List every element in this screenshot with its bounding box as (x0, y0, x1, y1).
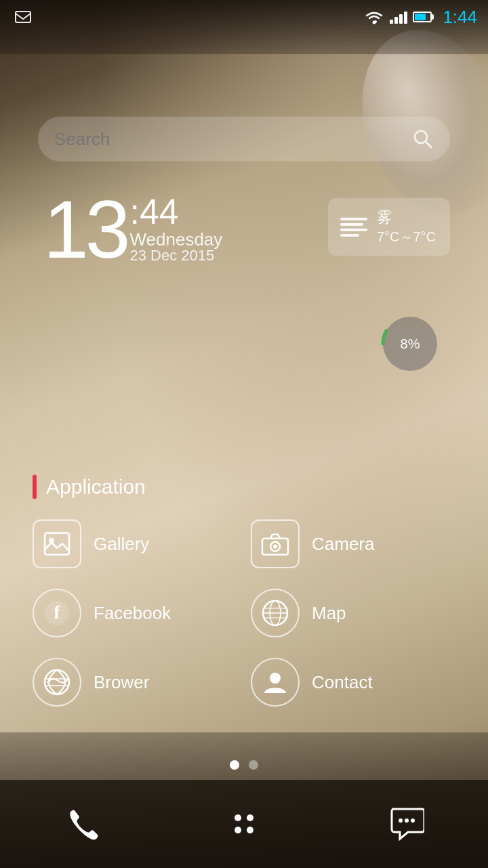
wifi-icon (364, 9, 384, 24)
weather-condition: 雾 (377, 208, 436, 228)
notification-icon (11, 5, 35, 29)
contact-icon-container (251, 658, 300, 707)
app-item-browser[interactable]: Brower (33, 658, 237, 707)
weather-icon (340, 218, 367, 237)
phone-dock-button[interactable] (58, 800, 105, 848)
phone-icon (64, 806, 99, 842)
svg-text:f: f (54, 601, 60, 623)
svg-point-1 (373, 21, 376, 24)
contact-icon (262, 669, 289, 696)
time-hour: 13 (43, 189, 127, 270)
app-section-header: Application (33, 475, 455, 499)
browser-label: Brower (94, 672, 149, 693)
signal-icon (390, 10, 407, 24)
weather-info: 雾 7°C～7°C (377, 208, 436, 246)
svg-point-28 (411, 818, 415, 823)
svg-point-26 (399, 818, 403, 823)
app-item-facebook[interactable]: f Facebook (33, 589, 237, 637)
progress-label: 8% (401, 336, 420, 352)
weather-temp: 7°C～7°C (377, 228, 436, 246)
datetime-widget: 13 :44 Wednesday 23 Dec 2015 (43, 189, 222, 270)
date-info: Wednesday 23 Dec 2015 (129, 231, 222, 263)
battery-icon (413, 12, 432, 22)
messages-icon (389, 806, 424, 842)
svg-point-27 (405, 818, 409, 823)
status-time: 1:44 (443, 7, 477, 28)
date-full: 23 Dec 2015 (129, 248, 222, 263)
browser-icon (43, 669, 70, 696)
app-section: Application Gallery (33, 475, 455, 707)
apps-dock-button[interactable] (220, 800, 268, 848)
facebook-icon: f (44, 600, 70, 626)
battery-fill (415, 14, 425, 20)
search-input[interactable] (54, 129, 412, 150)
camera-icon-container (251, 519, 300, 568)
gallery-icon (43, 532, 70, 556)
apps-icon (226, 806, 262, 842)
weather-line-3 (340, 229, 367, 231)
time-minute-block: :44 Wednesday 23 Dec 2015 (129, 194, 222, 263)
app-item-map[interactable]: Map (251, 589, 455, 637)
status-bar: 1:44 (0, 0, 488, 34)
svg-point-25 (247, 827, 253, 833)
gallery-icon-container (33, 519, 81, 568)
app-grid: Gallery Camera (33, 519, 455, 707)
app-item-camera[interactable]: Camera (251, 519, 455, 568)
page-indicators (230, 760, 258, 770)
svg-rect-6 (45, 533, 69, 555)
page-dot-2[interactable] (249, 760, 258, 770)
time-minute: :44 (129, 194, 222, 229)
svg-point-22 (235, 814, 241, 821)
page-dot-1[interactable] (230, 760, 239, 770)
svg-point-24 (235, 827, 241, 833)
map-label: Map (312, 603, 346, 624)
weekday: Wednesday (129, 231, 222, 248)
time-display: 13 :44 Wednesday 23 Dec 2015 (43, 189, 222, 270)
screen: 1:44 13 :44 Wednesday 23 Dec 2015 (0, 0, 488, 868)
facebook-icon-container: f (33, 589, 81, 637)
facebook-label: Facebook (94, 603, 171, 624)
weather-widget: 雾 7°C～7°C (328, 198, 450, 256)
search-icon (412, 128, 434, 150)
bottom-dock (0, 780, 488, 868)
weather-line-1 (340, 218, 367, 220)
svg-line-3 (426, 142, 431, 147)
section-bar (33, 475, 37, 499)
map-icon-container (251, 589, 300, 637)
search-bar[interactable] (38, 117, 450, 161)
progress-circle: 8% (380, 313, 441, 374)
app-item-gallery[interactable]: Gallery (33, 519, 237, 568)
map-icon (262, 599, 289, 627)
svg-rect-0 (16, 12, 30, 22)
status-left (11, 5, 35, 29)
camera-label: Camera (312, 534, 374, 555)
messages-dock-button[interactable] (383, 800, 430, 848)
weather-line-2 (340, 223, 363, 226)
svg-point-21 (270, 673, 281, 684)
app-item-contact[interactable]: Contact (251, 658, 455, 707)
browser-icon-container (33, 658, 81, 707)
weather-line-4 (340, 234, 359, 237)
status-right: 1:44 (364, 7, 477, 28)
svg-point-23 (247, 814, 253, 821)
contact-label: Contact (312, 672, 373, 693)
camera-icon (261, 532, 289, 556)
section-title: Application (46, 475, 146, 498)
svg-point-10 (273, 545, 277, 549)
gallery-label: Gallery (94, 534, 149, 555)
